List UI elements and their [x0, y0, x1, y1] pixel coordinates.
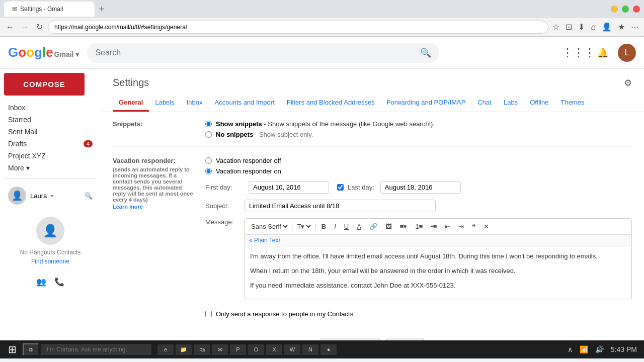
numbered-list-button[interactable]: 1≡ — [412, 222, 426, 231]
settings-gear-icon[interactable]: ⚙ — [624, 77, 632, 88]
bookmark-icon[interactable]: ☆ — [551, 21, 560, 33]
editor-body[interactable]: I'm away from the office. I'll have limi… — [245, 246, 631, 300]
taskbar-clock[interactable]: 5:43 PM — [608, 343, 640, 355]
back-button[interactable]: ← — [4, 22, 16, 33]
address-bar[interactable] — [48, 21, 548, 34]
tab-chat[interactable]: Chat — [471, 95, 497, 112]
link-button[interactable]: 🔗 — [366, 222, 380, 231]
taskbar-network-icon[interactable]: 📶 — [577, 343, 591, 355]
tab-themes[interactable]: Themes — [554, 95, 590, 112]
plain-text-link[interactable]: « Plain Text — [245, 235, 631, 246]
taskbar-edge-icon[interactable]: e — [157, 344, 174, 355]
refresh-button[interactable]: ↻ — [34, 21, 45, 33]
sidebar-item-sent[interactable]: Sent Mail — [4, 126, 97, 138]
tab-accounts[interactable]: Accounts and Import — [209, 95, 281, 112]
save-changes-button[interactable]: Save Changes — [320, 338, 380, 340]
no-contacts-text: No Hangouts Contacts — [8, 249, 93, 256]
last-day-input[interactable] — [380, 181, 461, 194]
cortana-search[interactable] — [41, 344, 151, 355]
new-tab-button[interactable]: + — [95, 2, 109, 16]
sidebar-item-project[interactable]: Project XYZ — [4, 150, 97, 162]
indent-more-button[interactable]: ⇥ — [455, 222, 467, 231]
bold-button[interactable]: B — [318, 222, 329, 231]
vacation-off-option[interactable]: Vacation responder off — [205, 157, 632, 164]
tab-labs[interactable]: Labs — [498, 95, 524, 112]
taskbar-word-icon[interactable]: W — [284, 344, 300, 355]
apps-icon[interactable]: ⋮⋮⋮ — [570, 44, 588, 62]
compose-button[interactable]: COMPOSE — [4, 73, 85, 96]
phone-icon[interactable]: 📞 — [54, 277, 64, 287]
forward-button[interactable]: → — [19, 22, 31, 33]
text-color-button[interactable]: A — [354, 222, 364, 231]
contacts-icon[interactable]: 👥 — [36, 277, 46, 287]
download-icon[interactable]: ⬇ — [577, 21, 586, 33]
snippets-show-option[interactable]: Show snippets - Show snippets of the mes… — [205, 120, 632, 128]
first-day-input[interactable] — [249, 181, 329, 194]
home-icon[interactable]: ⌂ — [590, 22, 597, 33]
taskbar-explorer-icon[interactable]: 📁 — [176, 344, 192, 355]
taskbar-outlook-icon[interactable]: O — [248, 344, 264, 355]
taskbar-up-icon[interactable]: ∧ — [565, 343, 576, 355]
tab-forwarding[interactable]: Forwarding and POP/IMAP — [381, 95, 472, 112]
remove-format-button[interactable]: ✕ — [480, 222, 492, 231]
tab-inbox[interactable]: Inbox — [181, 95, 209, 112]
tab-offline[interactable]: Offline — [524, 95, 554, 112]
underline-button[interactable]: U — [341, 222, 352, 231]
image-button[interactable]: 🖼 — [382, 222, 395, 231]
notifications-icon[interactable]: 🔔 — [594, 44, 612, 62]
taskview-button[interactable]: ⧉ — [23, 343, 39, 356]
find-someone-link[interactable]: Find someone — [8, 258, 93, 265]
bullet-list-button[interactable]: •≡ — [428, 222, 440, 231]
tab-filters[interactable]: Filters and Blocked Addresses — [281, 95, 381, 112]
font-family-select[interactable]: Sans Serif — [249, 222, 289, 231]
tab-labels[interactable]: Labels — [149, 95, 180, 112]
account-icon[interactable]: 👤 — [601, 21, 613, 33]
learn-more-link[interactable]: Learn more — [113, 204, 143, 210]
sidebar-item-inbox[interactable]: Inbox — [4, 102, 97, 114]
sidebar-item-more[interactable]: More ▾ — [4, 162, 97, 174]
vacation-on-radio[interactable] — [205, 168, 212, 174]
subject-row: Subject: — [205, 200, 632, 212]
snippets-show-radio[interactable] — [205, 121, 212, 127]
message-para-3[interactable]: If you need immediate assistance, contac… — [250, 281, 626, 291]
start-button[interactable]: ⊞ — [4, 341, 21, 357]
tab-general[interactable]: General — [113, 95, 149, 112]
reader-icon[interactable]: ⊡ — [565, 21, 573, 33]
taskbar-volume-icon[interactable]: 🔊 — [592, 343, 607, 355]
taskbar-excel-icon[interactable]: X — [266, 344, 282, 355]
vacation-off-radio[interactable] — [205, 157, 212, 164]
align-button[interactable]: ≡▾ — [397, 222, 411, 231]
indent-less-button[interactable]: ⇤ — [442, 222, 453, 231]
sidebar-search-icon[interactable]: 🔍 — [85, 192, 93, 200]
last-day-checkbox[interactable] — [337, 184, 344, 191]
snippets-no-option[interactable]: No snippets - Show subject only. — [205, 131, 632, 138]
quote-button[interactable]: ❝ — [469, 222, 478, 231]
taskbar-onenote-icon[interactable]: N — [302, 344, 318, 355]
taskbar-store-icon[interactable]: 🛍 — [194, 344, 210, 355]
user-avatar[interactable]: L — [618, 44, 636, 62]
taskbar-chrome-icon[interactable]: ● — [320, 344, 337, 355]
taskbar-powerpoint-icon[interactable]: P — [230, 344, 246, 355]
font-size-select[interactable]: T▾ — [295, 222, 312, 231]
menu-icon[interactable]: ⋯ — [630, 21, 640, 33]
browser-tab[interactable]: ✉ Settings - Gmail — [4, 2, 95, 17]
search-button[interactable]: 🔍 — [420, 47, 431, 58]
sidebar-item-drafts[interactable]: Drafts 4 — [4, 138, 97, 150]
italic-button[interactable]: I — [331, 222, 339, 231]
sidebar-item-starred[interactable]: Starred — [4, 114, 97, 126]
vacation-on-option[interactable]: Vacation responder on — [205, 167, 632, 175]
message-para-1[interactable]: I'm away from the office. I'll have limi… — [250, 251, 626, 262]
search-bar[interactable]: 🔍 — [87, 43, 439, 63]
favorites-icon[interactable]: ★ — [617, 21, 626, 33]
message-para-2[interactable]: When I return on the 18th, your email wi… — [250, 266, 626, 277]
subject-input[interactable] — [245, 200, 436, 212]
maximize-button[interactable] — [622, 6, 629, 13]
minimize-button[interactable] — [611, 6, 618, 13]
cancel-button[interactable]: Cancel — [386, 338, 424, 340]
close-button[interactable] — [633, 6, 640, 13]
snippets-no-radio[interactable] — [205, 131, 212, 138]
search-input[interactable] — [95, 48, 416, 57]
contacts-only-checkbox[interactable] — [205, 311, 212, 317]
sidebar-user-avatar[interactable]: 👤 — [8, 187, 26, 205]
taskbar-mail-icon[interactable]: ✉ — [212, 344, 228, 355]
